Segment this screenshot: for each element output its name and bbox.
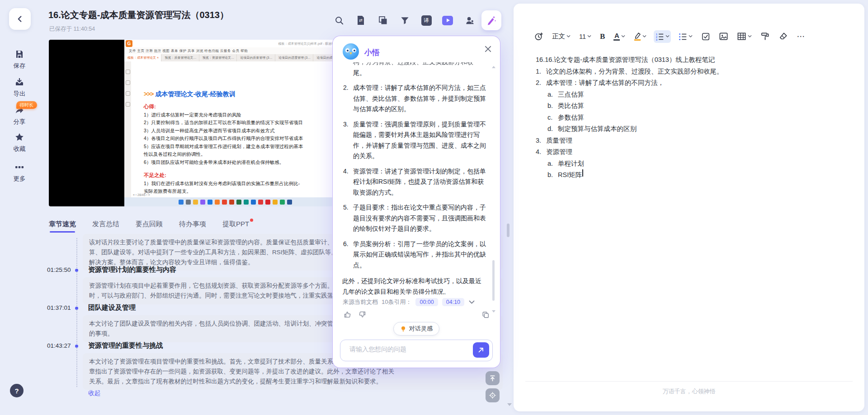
thumbs-down-icon[interactable] [359, 311, 366, 318]
note-subline[interactable]: a.三点估算 [547, 89, 852, 101]
chevron-down-icon[interactable] [469, 300, 475, 304]
search-icon [335, 16, 344, 25]
search-button[interactable] [334, 15, 344, 26]
center-scrollbar-thumb[interactable] [507, 224, 509, 237]
video-mode-button[interactable] [442, 15, 453, 26]
note-title-line[interactable]: 16.16.论文专题-成本质量资源管理写法（0313）线上教程笔记 [536, 54, 852, 66]
note-content[interactable]: 16.16.论文专题-成本质量资源管理写法（0313）线上教程笔记 1.论文的总… [536, 54, 852, 181]
pdf-page: >>> 成本管理论文-收尾-经验教训 心得: 1）进行成本估算时一定要充分考虑项… [131, 61, 352, 197]
chapter-timestamp[interactable]: 01:43:27 [47, 342, 74, 349]
save-icon [0, 49, 39, 60]
citation-chip[interactable]: 04:10 [442, 298, 464, 306]
note-subline[interactable]: b.RSI矩阵 [547, 169, 852, 181]
timeline-dot [75, 269, 78, 272]
filter-icon [400, 16, 410, 25]
chapter-title[interactable]: 团队建设及管理 [88, 303, 136, 312]
translate-toggle-button[interactable]: 译 [421, 15, 432, 26]
bullet-list-button[interactable] [677, 30, 694, 43]
tab-extract-ppt[interactable]: 提取PPT [222, 220, 249, 233]
sidebar-item-share[interactable]: 得时长 分享 [0, 105, 39, 126]
chapter-title[interactable]: 资源管理的重要性与挑战 [88, 341, 163, 350]
note-subline[interactable]: b.类比估算 [547, 100, 852, 112]
note-subline[interactable]: c.参数估算 [547, 112, 852, 124]
video-player[interactable]: G 模板：成本管理论文(1)样本.pdf - 极速PDF阅读器 文件 主页 注释… [49, 40, 352, 206]
highlight-button[interactable] [632, 30, 648, 42]
tab-todo[interactable]: 待办事项 [179, 220, 206, 233]
chapter-timestamp[interactable]: 01:37:01 [47, 304, 74, 311]
checkbox-button[interactable] [700, 30, 712, 43]
sidebar-item-save[interactable]: 保存 [0, 49, 39, 70]
note-subline[interactable]: d.制定预算与估算成本的区别 [547, 123, 852, 135]
back-to-top-button[interactable] [486, 371, 500, 385]
pdf-note-line: 1）我们在进行成本估算时没有充分考虑到该项目的实施工作量所占比例比- [144, 180, 352, 188]
insert-table-button[interactable] [736, 30, 753, 43]
note-line[interactable]: 2.成本管理：讲解了成本估算的不同方法， [536, 77, 852, 89]
tab-speech-summary[interactable]: 发言总结 [92, 220, 119, 233]
speakers-button[interactable] [464, 15, 475, 26]
insert-timestamp-button[interactable] [533, 30, 545, 43]
star-icon [0, 132, 39, 143]
chat-input-box[interactable] [340, 340, 493, 361]
item-text: 学员案例分析：引用了一些学员的论文案例，以展示如何正确或错误地写作，并指出其中的… [353, 240, 486, 269]
close-icon[interactable] [484, 45, 492, 53]
scroll-down-arrow[interactable] [492, 310, 495, 312]
chapter-timestamp[interactable]: 01:25:50 [47, 266, 74, 273]
numbered-list-button[interactable]: 123 [654, 30, 671, 43]
font-size-select[interactable]: 11 [578, 31, 593, 42]
sidebar-item-export[interactable]: 导出 [0, 77, 39, 98]
translate-doc-button[interactable]: ⇄ [355, 15, 366, 26]
sidebar-item-favorite[interactable]: 收藏 [0, 132, 39, 153]
locate-playback-button[interactable] [486, 388, 500, 402]
item-number: 4. [343, 166, 349, 177]
pdf-side-rail [124, 61, 131, 197]
filter-button[interactable] [399, 15, 410, 26]
translate-doc-icon: ⇄ [356, 15, 365, 25]
collapse-link[interactable]: 收起 [88, 389, 100, 397]
clear-format-button[interactable] [777, 30, 789, 43]
bold-button[interactable]: B [599, 30, 606, 43]
chat-list-item: 6.学员案例分析：引用了一些学员的论文案例，以展示如何正确或错误地写作，并指出其… [342, 239, 486, 271]
copy-pages-button[interactable] [377, 15, 388, 26]
to-top-icon [489, 374, 496, 382]
note-text: 成本管理：讲解了成本估算的不同方法， [546, 77, 664, 89]
citation-chip[interactable]: 00:00 [415, 298, 438, 306]
help-button[interactable]: ? [10, 384, 24, 397]
sidebar-item-more[interactable]: 更多 [0, 162, 39, 183]
pdf-tab: 模板：成本管理论文 × [124, 54, 161, 61]
format-painter-button[interactable] [759, 30, 771, 43]
tab-chapter-overview[interactable]: 章节速览 [49, 220, 76, 233]
font-color-button[interactable]: A [612, 30, 627, 42]
tab-label: 要点回顾 [136, 220, 163, 228]
note-line[interactable]: 4.资源管理 [536, 146, 852, 158]
paragraph-style-select[interactable]: 正文 [551, 30, 572, 42]
list-marker: 4. [536, 146, 546, 158]
style-value: 正文 [552, 32, 565, 41]
item-text: 成本管理：讲解了成本估算的不同方法，如三点估算、类比估算、参数估算等，并提到制定… [353, 84, 486, 112]
sidebar-item-label: 保存 [0, 62, 39, 70]
assistant-name: 小悟 [364, 47, 380, 58]
copy-message-icon[interactable] [482, 311, 489, 318]
ai-assistant-button[interactable] [481, 10, 501, 30]
inspiration-button[interactable]: 对话灵感 [393, 322, 439, 336]
scroll-down-arrow[interactable] [507, 403, 512, 406]
pdf-annotation-icon [126, 91, 130, 96]
more-tools-button[interactable]: ⋯ [795, 30, 807, 43]
send-button[interactable] [473, 342, 489, 358]
pdf-settings-icon [126, 102, 130, 107]
chat-scrollbar-thumb[interactable] [492, 260, 495, 301]
chat-scrollbar[interactable] [491, 66, 496, 314]
note-line[interactable]: 3.质量管理 [536, 135, 852, 147]
note-line[interactable]: 1.论文的总体架构，分为背景、过渡段、正文实践部分和收尾。 [536, 66, 852, 78]
note-subline[interactable]: a.单程计划 [547, 158, 852, 170]
back-button[interactable] [9, 8, 31, 30]
pdf-tab: 预览：质量管理论文… [161, 54, 199, 61]
thumbs-up-icon[interactable] [344, 311, 351, 318]
tab-key-points[interactable]: 要点回顾 [136, 220, 163, 233]
chat-message-area[interactable]: 构，分为背景、过渡段、正文实践部分和收 尾。 2.成本管理：讲解了成本估算的不同… [342, 62, 486, 294]
insert-image-button[interactable] [717, 30, 730, 43]
chapter-title[interactable]: 资源管理计划的重要性与内容 [88, 266, 176, 274]
scroll-up-arrow[interactable] [492, 66, 495, 68]
chat-input[interactable] [349, 345, 463, 353]
ai-wand-icon [486, 15, 497, 26]
app-root: 保存 导出 得时长 分享 收藏 更多 ? 16.论文专题-成本质量资源管理写法（… [0, 0, 868, 415]
